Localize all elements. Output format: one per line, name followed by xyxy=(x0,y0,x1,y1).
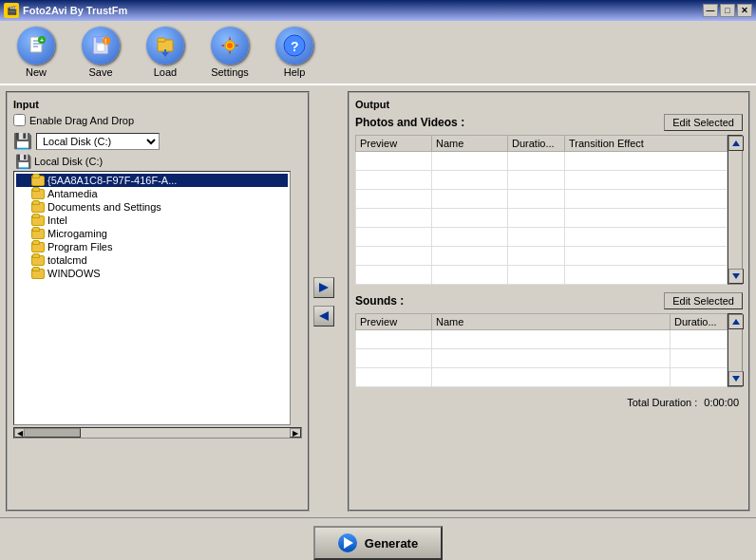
svg-rect-7 xyxy=(96,37,103,43)
edit-photos-btn[interactable]: Edit Selected xyxy=(664,114,743,131)
tree-item-1[interactable]: Antamedia xyxy=(16,187,288,200)
app-icon: 🎬 xyxy=(4,3,19,18)
svg-rect-8 xyxy=(97,44,104,51)
photos-section-title: Photos and Videos : xyxy=(355,116,464,129)
tree-item-label-1: Antamedia xyxy=(47,188,98,199)
tree-item-0[interactable]: {5AA8A1C8-F97F-416F-A... xyxy=(16,174,288,187)
minimize-btn[interactable]: — xyxy=(703,4,718,17)
total-duration-value: 0:00:00 xyxy=(704,397,739,408)
tree-item-7[interactable]: WINDOWS xyxy=(16,267,288,280)
drag-drop-checkbox[interactable] xyxy=(13,114,26,126)
total-duration-row: Total Duration : 0:00:00 xyxy=(355,395,743,410)
photos-table-container: Preview Name Duratio... Transition Effec… xyxy=(355,135,743,285)
sounds-scroll-up[interactable] xyxy=(728,314,744,329)
sounds-table-container: Preview Name Duratio... xyxy=(355,313,743,387)
edit-sounds-btn[interactable]: Edit Selected xyxy=(664,292,743,309)
maximize-btn[interactable]: □ xyxy=(720,4,735,17)
horizontal-scrollbar[interactable]: ◀ ▶ xyxy=(13,427,302,439)
sounds-row-1 xyxy=(356,330,728,349)
settings-label: Settings xyxy=(211,66,249,78)
toolbar: + New ! Save Load Settings ? Help xyxy=(0,21,756,85)
tree-item-label-5: Program Files xyxy=(47,241,112,252)
col-duration: Duratio... xyxy=(508,136,565,152)
generate-button[interactable]: Generate xyxy=(313,526,443,560)
svg-marker-20 xyxy=(319,311,329,321)
tree-item-2[interactable]: Documents and Settings xyxy=(16,200,288,214)
sounds-col-name: Name xyxy=(432,314,671,330)
tree-item-label-4: Microgaming xyxy=(47,228,107,239)
move-left-btn[interactable] xyxy=(313,306,334,327)
tree-item-label-2: Documents and Settings xyxy=(47,201,161,213)
help-label: Help xyxy=(284,66,306,78)
photos-row-7 xyxy=(356,266,728,285)
drive-select[interactable]: Local Disk (C:) xyxy=(36,133,160,150)
photos-scroll-up[interactable] xyxy=(728,136,744,151)
sounds-table: Preview Name Duratio... xyxy=(355,313,728,387)
tree-item-label-7: WINDOWS xyxy=(47,268,101,279)
svg-marker-22 xyxy=(732,273,740,279)
tree-root-label: Local Disk (C:) xyxy=(34,156,103,167)
sounds-scroll-down[interactable] xyxy=(728,371,744,386)
photos-row-3 xyxy=(356,190,728,209)
play-triangle xyxy=(344,537,353,549)
photos-row-5 xyxy=(356,228,728,247)
file-tree[interactable]: {5AA8A1C8-F97F-416F-A... Antamedia Docum… xyxy=(13,171,291,425)
svg-text:!: ! xyxy=(104,38,106,45)
sounds-col-duration: Duratio... xyxy=(671,314,728,330)
load-button[interactable]: Load xyxy=(137,25,194,80)
svg-point-16 xyxy=(227,43,233,48)
new-button[interactable]: + New xyxy=(8,25,65,80)
tree-item-label-3: Intel xyxy=(47,215,67,226)
scroll-thumb[interactable] xyxy=(24,428,81,438)
tree-item-4[interactable]: Microgaming xyxy=(16,227,288,240)
input-panel: Input Enable Drag And Drop 💾 Local Disk … xyxy=(6,91,310,512)
save-button[interactable]: ! Save xyxy=(72,25,129,80)
tree-item-5[interactable]: Program Files xyxy=(16,240,288,253)
load-label: Load xyxy=(154,66,177,78)
play-icon xyxy=(338,533,357,552)
sounds-col-preview: Preview xyxy=(356,314,432,330)
svg-text:+: + xyxy=(40,37,44,44)
app-title: Foto2Avi By TrustFm xyxy=(23,5,127,16)
title-bar: 🎬 Foto2Avi By TrustFm — □ ✕ xyxy=(0,0,756,21)
svg-marker-21 xyxy=(732,140,740,146)
generate-area: Generate xyxy=(0,517,756,560)
total-duration-label: Total Duration : xyxy=(627,397,697,408)
svg-rect-12 xyxy=(158,38,165,42)
tree-item-3[interactable]: Intel xyxy=(16,214,288,227)
generate-label: Generate xyxy=(365,536,418,551)
scroll-right-btn[interactable]: ▶ xyxy=(290,428,301,438)
col-name: Name xyxy=(432,136,508,152)
svg-marker-19 xyxy=(319,283,329,292)
output-panel-title: Output xyxy=(355,99,743,110)
settings-button[interactable]: Settings xyxy=(201,25,258,80)
window-controls: — □ ✕ xyxy=(703,4,752,17)
output-panel: Output Photos and Videos : Edit Selected… xyxy=(348,91,750,512)
save-label: Save xyxy=(88,66,112,78)
tree-item-label-0: {5AA8A1C8-F97F-416F-A... xyxy=(47,175,177,186)
close-btn[interactable]: ✕ xyxy=(737,4,752,17)
move-right-btn[interactable] xyxy=(313,277,334,298)
tree-item-6[interactable]: totalcmd xyxy=(16,253,288,267)
new-label: New xyxy=(26,66,47,78)
photos-table: Preview Name Duratio... Transition Effec… xyxy=(355,135,728,285)
sounds-row-2 xyxy=(356,349,728,368)
col-transition: Transition Effect xyxy=(565,136,728,152)
svg-marker-23 xyxy=(732,319,740,325)
input-panel-title: Input xyxy=(13,99,302,110)
photos-row-1 xyxy=(356,152,728,171)
svg-marker-24 xyxy=(732,376,740,382)
drag-drop-label: Enable Drag And Drop xyxy=(29,115,134,126)
sounds-section-title: Sounds : xyxy=(355,294,404,308)
photos-row-4 xyxy=(356,209,728,228)
tree-item-label-6: totalcmd xyxy=(47,254,87,266)
svg-text:?: ? xyxy=(291,39,299,54)
photos-row-2 xyxy=(356,171,728,190)
photos-row-6 xyxy=(356,247,728,266)
sounds-row-3 xyxy=(356,368,728,387)
photos-scroll-down[interactable] xyxy=(728,269,744,284)
help-button[interactable]: ? Help xyxy=(266,25,323,80)
svg-marker-14 xyxy=(161,52,169,57)
col-preview: Preview xyxy=(356,136,432,152)
